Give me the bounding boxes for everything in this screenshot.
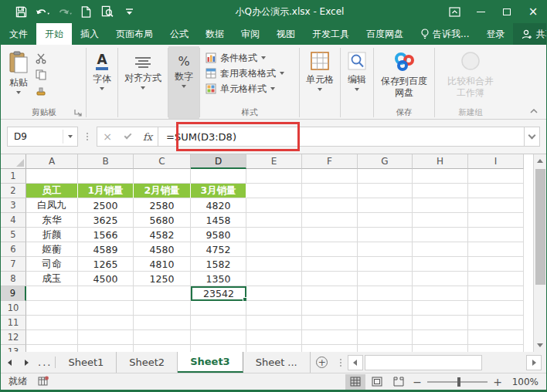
format-painter-button[interactable] xyxy=(32,84,49,98)
cell-C1[interactable] xyxy=(134,169,191,184)
ribbon-tab-开始[interactable]: 开始 xyxy=(36,23,72,45)
cell-G13[interactable] xyxy=(358,345,413,352)
format-as-table-button[interactable]: 套用表格格式 xyxy=(202,66,297,81)
column-header-G[interactable]: G xyxy=(358,154,413,169)
cell-G2[interactable] xyxy=(358,184,413,198)
editing-button[interactable]: 编辑 xyxy=(343,48,371,106)
cancel-icon[interactable]: × xyxy=(97,127,117,146)
clipboard-dialog-launcher-icon[interactable] xyxy=(74,108,83,117)
cell-E5[interactable] xyxy=(246,228,302,242)
cell-C13[interactable] xyxy=(134,345,191,352)
column-header-E[interactable]: E xyxy=(246,154,302,169)
row-header-1[interactable]: 1 xyxy=(1,169,26,184)
cell-B12[interactable] xyxy=(78,330,134,345)
cell-A2[interactable]: 员工 xyxy=(26,184,78,198)
column-header-D[interactable]: D xyxy=(191,154,246,169)
cell-I7[interactable] xyxy=(468,257,524,272)
cell-C3[interactable]: 2580 xyxy=(134,198,191,213)
cell-H4[interactable] xyxy=(413,213,468,228)
customize-quick-access-icon[interactable] xyxy=(120,3,138,20)
number-dropdown-caret[interactable] xyxy=(182,85,186,88)
row-header-5[interactable]: 5 xyxy=(1,228,26,242)
cell-D4[interactable]: 1458 xyxy=(191,213,246,228)
conditional-formatting-button[interactable]: 条件格式 xyxy=(202,50,297,66)
editing-dropdown-caret[interactable] xyxy=(355,88,359,91)
cell-G5[interactable] xyxy=(358,228,413,242)
cell-H7[interactable] xyxy=(413,257,468,272)
cell-D11[interactable] xyxy=(191,316,246,330)
cell-F3[interactable] xyxy=(302,198,358,213)
cell-H1[interactable] xyxy=(413,169,468,184)
cell-I11[interactable] xyxy=(468,316,524,330)
row-header-3[interactable]: 3 xyxy=(1,198,26,213)
print-preview-icon[interactable] xyxy=(98,3,117,20)
cell-B3[interactable]: 2500 xyxy=(78,198,134,213)
cell-G11[interactable] xyxy=(358,316,413,330)
cell-E7[interactable] xyxy=(246,257,302,272)
column-header-C[interactable]: C xyxy=(134,154,191,169)
formula-input[interactable]: =SUM(D3:D8) xyxy=(158,127,525,147)
scroll-left-icon[interactable] xyxy=(348,355,363,370)
ribbon-tab-数据[interactable]: 数据 xyxy=(197,23,233,45)
cell-E10[interactable] xyxy=(246,301,302,316)
cell-G6[interactable] xyxy=(358,242,413,257)
cell-D5[interactable]: 9580 xyxy=(191,228,246,242)
cell-D7[interactable]: 1582 xyxy=(191,257,246,272)
cell-F1[interactable] xyxy=(302,169,358,184)
cell-E11[interactable] xyxy=(246,316,302,330)
sheet-tab-Sheet1[interactable]: Sheet1 xyxy=(56,352,117,373)
cell-G12[interactable] xyxy=(358,330,413,345)
expand-formula-bar-icon[interactable] xyxy=(525,127,540,147)
cell-F11[interactable] xyxy=(302,316,358,330)
cell-styles-button[interactable]: 单元格样式 xyxy=(202,81,297,96)
cell-H11[interactable] xyxy=(413,316,468,330)
column-header-F[interactable]: F xyxy=(302,154,358,169)
undo-icon[interactable] xyxy=(33,3,52,20)
cell-B5[interactable]: 1566 xyxy=(78,228,134,242)
cell-E9[interactable] xyxy=(246,286,302,301)
tell-me-box[interactable]: 告诉我... xyxy=(412,23,477,45)
cell-A6[interactable]: 姬蘅 xyxy=(26,242,78,257)
format-as-table-caret[interactable] xyxy=(280,72,284,75)
page-break-view-icon[interactable] xyxy=(389,374,409,390)
cell-G4[interactable] xyxy=(358,213,413,228)
cell-A13[interactable] xyxy=(26,345,78,352)
cell-I12[interactable] xyxy=(468,330,524,345)
minimize-icon[interactable] xyxy=(467,0,494,23)
cell-B6[interactable]: 4589 xyxy=(78,242,134,257)
cell-C7[interactable]: 4810 xyxy=(134,257,191,272)
vertical-scrollbar[interactable] xyxy=(533,154,546,352)
cell-F13[interactable] xyxy=(302,345,358,352)
cell-F4[interactable] xyxy=(302,213,358,228)
cell-C10[interactable] xyxy=(134,301,191,316)
page-layout-view-icon[interactable] xyxy=(367,374,387,390)
number-button[interactable]: % 数字 xyxy=(171,48,197,106)
cell-F10[interactable] xyxy=(302,301,358,316)
cell-I5[interactable] xyxy=(468,228,524,242)
row-header-8[interactable]: 8 xyxy=(1,272,26,286)
cell-G8[interactable] xyxy=(358,272,413,286)
cell-C11[interactable] xyxy=(134,316,191,330)
cell-D3[interactable]: 4820 xyxy=(191,198,246,213)
sheet-prev-icon[interactable] xyxy=(1,352,18,373)
cell-G10[interactable] xyxy=(358,301,413,316)
cell-D6[interactable]: 4752 xyxy=(191,242,246,257)
copy-button[interactable] xyxy=(32,68,49,82)
paste-dropdown-caret[interactable] xyxy=(16,91,21,94)
cell-I3[interactable] xyxy=(468,198,524,213)
cell-C6[interactable]: 4580 xyxy=(134,242,191,257)
cell-D2[interactable]: 3月销量 xyxy=(191,184,246,198)
cell-A11[interactable] xyxy=(26,316,78,330)
zoom-slider-thumb[interactable] xyxy=(457,377,460,387)
cell-E4[interactable] xyxy=(246,213,302,228)
zoom-in-icon[interactable]: + xyxy=(491,376,505,388)
row-header-11[interactable]: 11 xyxy=(1,316,26,330)
cell-A5[interactable]: 折颜 xyxy=(26,228,78,242)
cell-B7[interactable]: 1265 xyxy=(78,257,134,272)
ribbon-tab-插入[interactable]: 插入 xyxy=(72,23,107,45)
paste-button[interactable]: 粘贴 xyxy=(5,48,32,106)
cell-C4[interactable]: 5680 xyxy=(134,213,191,228)
tabbar-resize-handle[interactable] xyxy=(334,352,348,373)
ribbon-tab-视图[interactable]: 视图 xyxy=(268,23,304,45)
cell-I10[interactable] xyxy=(468,301,524,316)
